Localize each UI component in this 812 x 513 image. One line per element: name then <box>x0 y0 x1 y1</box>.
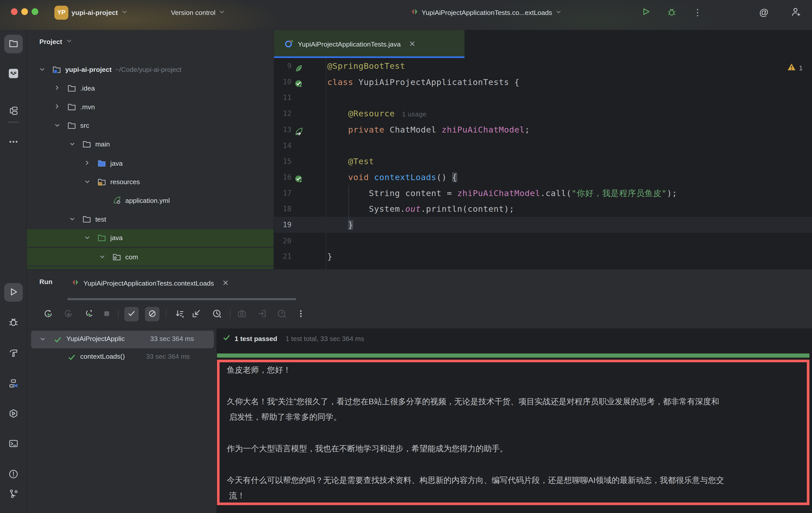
stripe-button-structure[interactable] <box>4 102 23 121</box>
tree-item-.mvn[interactable]: .mvn <box>27 98 274 116</box>
test-pass-gutter-icon[interactable] <box>295 78 303 86</box>
sort-icon <box>175 309 184 320</box>
chevron-down-icon[interactable] <box>83 178 91 185</box>
zoom-window-button[interactable] <box>32 8 38 15</box>
chevron-down-icon[interactable] <box>39 336 47 343</box>
line-number: 22 <box>274 265 292 269</box>
console-line-4: 启发性，帮助了非常多的同学。 <box>220 410 807 425</box>
chevron-right-icon[interactable] <box>53 103 61 111</box>
inspections-widget[interactable]: 1 <box>787 63 803 72</box>
stripe-button-services[interactable] <box>4 374 23 393</box>
stripe-button-profiler[interactable] <box>4 405 23 423</box>
project-folder-icon <box>8 38 19 50</box>
stripe-button-problems[interactable] <box>4 465 23 484</box>
vcs-menu[interactable]: Version control <box>171 4 225 21</box>
editor-tab-active[interactable]: YupiAiProjectApplicationTests.java ✕ <box>274 30 464 58</box>
run-panel-title[interactable]: Run <box>39 278 52 286</box>
project-panel-header[interactable]: Project <box>39 37 72 46</box>
code-line-15: 15 @Test <box>274 153 812 169</box>
show-passed-icon <box>127 309 136 319</box>
line-number: 16 <box>274 169 292 185</box>
rerun-failed-icon <box>64 309 73 320</box>
stripe-button-project-folder[interactable] <box>4 35 23 53</box>
folder-icon <box>67 84 76 93</box>
console-output-highlighted[interactable]: 鱼皮老师，您好！久仰大名！我“关注”您很久了，看过您在B站上很多分享的视频，无论… <box>217 360 809 505</box>
chevron-down-icon <box>66 38 72 46</box>
test-class-icon <box>284 38 294 49</box>
stripe-button-bug[interactable] <box>4 313 23 332</box>
project-panel-title: Project <box>39 37 62 45</box>
title-bar: YP yupi-ai-project Version control YupiA… <box>0 0 812 30</box>
console-line-6: 作为一个大型语言模型，我也在不断地学习和进步，希望能成为您得力的助手。 <box>220 441 807 457</box>
chevron-right-icon[interactable] <box>53 85 61 92</box>
stripe-button-more-dots[interactable] <box>4 133 23 152</box>
show-passed-button[interactable] <box>124 307 139 321</box>
debug-button[interactable] <box>664 5 679 20</box>
more-vert-button[interactable] <box>294 307 308 321</box>
chevron-down-icon[interactable] <box>98 253 106 260</box>
stripe-button-git-branch[interactable] <box>4 485 23 504</box>
chevron-down-icon[interactable] <box>68 215 76 223</box>
tree-item-com[interactable]: com <box>27 248 274 266</box>
chevron-down-icon[interactable] <box>83 234 91 242</box>
tree-item-resources[interactable]: resources <box>27 173 274 191</box>
project-avatar: YP <box>54 5 68 19</box>
folder-blue-icon <box>97 159 106 168</box>
stripe-button-terminal[interactable] <box>4 435 23 454</box>
git-branch-icon <box>8 488 19 500</box>
stripe-divider <box>8 122 19 123</box>
tree-item-src[interactable]: src <box>27 117 274 134</box>
rerun-button[interactable] <box>41 307 55 321</box>
minimize-window-button[interactable] <box>21 8 28 15</box>
show-ignored-button[interactable] <box>145 307 160 321</box>
camera-icon <box>237 309 246 320</box>
run-button[interactable] <box>639 5 653 20</box>
nav-single-button[interactable] <box>189 307 204 321</box>
tree-item-label: resources <box>110 178 140 186</box>
sort-button[interactable] <box>172 307 187 321</box>
spring-bean-gutter-icon[interactable] <box>295 125 303 134</box>
tree-item-test[interactable]: test <box>27 210 274 228</box>
tree-item-.idea[interactable]: .idea <box>27 79 274 97</box>
ai-assistant-button[interactable]: @ <box>757 5 771 20</box>
chevron-down-icon[interactable] <box>38 66 46 73</box>
spring-leaf-gutter-icon[interactable] <box>295 61 303 70</box>
close-icon[interactable]: ✕ <box>222 278 229 288</box>
close-window-button[interactable] <box>11 8 18 15</box>
test-tree-row-2[interactable]: contextLoads()33 sec 364 ms <box>27 348 216 366</box>
tree-item-java[interactable]: java <box>27 154 274 172</box>
stripe-button-run-play[interactable] <box>4 283 23 302</box>
tree-item-java[interactable]: java <box>27 229 274 247</box>
test-pass-gutter-icon[interactable] <box>295 173 303 182</box>
tree-item-yupi-ai-project[interactable]: yupi-ai-project~/Code/yupi-ai-project <box>27 60 274 78</box>
tests-passed-label: 1 test passed <box>235 335 278 342</box>
chevron-right-icon[interactable] <box>83 159 91 167</box>
folder-icon <box>67 102 76 111</box>
at-sign-icon: @ <box>759 7 768 18</box>
tree-item-main[interactable]: main <box>27 135 274 153</box>
tree-item-label: test <box>95 215 106 223</box>
run-configuration-selector[interactable]: YupiAiProjectApplicationTests.co...extLo… <box>411 4 562 21</box>
rerun-auto-button[interactable] <box>82 307 96 321</box>
horizontal-scrollbar[interactable] <box>67 298 296 300</box>
run-tab[interactable]: YupiAiProjectApplicationTests.contextLoa… <box>71 271 229 295</box>
tree-item-application.yml[interactable]: application.yml <box>27 192 274 209</box>
more-actions-button[interactable]: ⋮ <box>690 5 705 20</box>
chevron-down-icon[interactable] <box>68 141 76 148</box>
stripe-button-hammer[interactable] <box>4 344 23 363</box>
test-tree-row-1[interactable]: YupiAiProjectApplic33 sec 364 ms <box>31 331 214 348</box>
stripe-button-media-bird[interactable] <box>4 65 23 84</box>
code-with-me-button[interactable] <box>789 5 803 20</box>
close-icon[interactable]: ✕ <box>409 39 416 49</box>
history-clock-button[interactable] <box>210 307 224 321</box>
code-text: @Resource1 usage <box>327 106 427 123</box>
tree-item-partial[interactable] <box>27 267 274 269</box>
project-widget[interactable]: YP yupi-ai-project <box>54 4 128 21</box>
chevron-down-icon[interactable] <box>53 122 61 129</box>
toolbar-separator <box>118 309 118 319</box>
problems-icon <box>8 469 19 481</box>
code-editor[interactable]: 9@SpringBootTest10class YupiAiProjectApp… <box>274 58 812 269</box>
folder-green-icon <box>97 234 106 242</box>
tree-item-label: .idea <box>80 84 95 92</box>
tool-window-stripe <box>0 30 27 513</box>
